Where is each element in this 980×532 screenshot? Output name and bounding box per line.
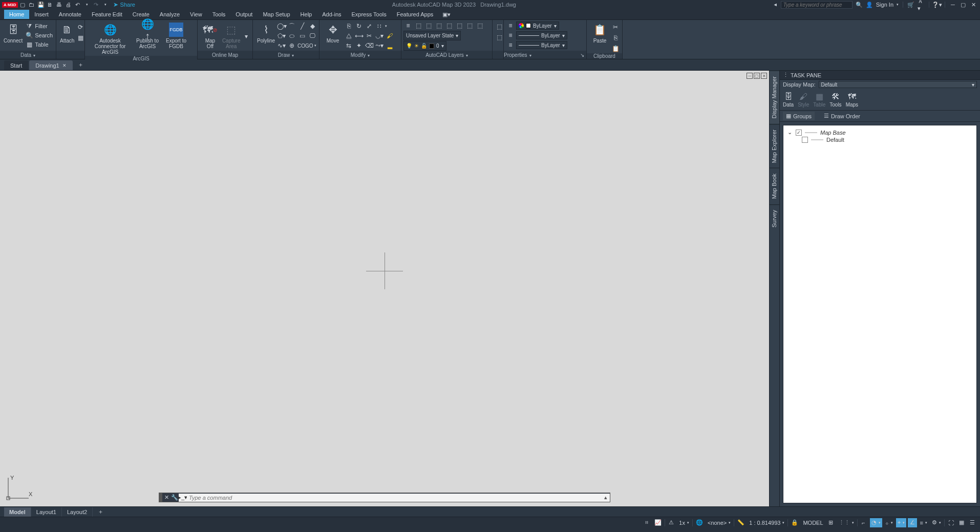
layer-props-icon[interactable]: ≡ bbox=[403, 21, 413, 30]
tab-feature-edit[interactable]: Feature Edit bbox=[87, 10, 127, 19]
tp-tab-table[interactable]: ▦Table bbox=[813, 92, 825, 108]
tab-view[interactable]: View bbox=[185, 10, 207, 19]
line-icon[interactable]: ╱ bbox=[297, 22, 307, 31]
layer-state5-icon[interactable]: ⬚ bbox=[455, 21, 464, 30]
tab-output[interactable]: Output bbox=[230, 10, 258, 19]
lineweight-icon[interactable]: ≡ bbox=[506, 31, 515, 40]
sidetab-map-explorer[interactable]: Map Explorer bbox=[770, 124, 779, 168]
publish-arcgis-button[interactable]: 🌐↑ Publish to ArcGIS bbox=[133, 22, 162, 50]
cmdline-close-icon[interactable]: ✕ bbox=[162, 494, 171, 502]
erase-icon[interactable]: ⌫ bbox=[365, 41, 374, 50]
taskpane-grip-icon[interactable]: ⋮ bbox=[783, 72, 789, 78]
cart-icon[interactable]: 🛒 bbox=[907, 1, 914, 8]
poly-icon[interactable]: ⬠▾ bbox=[277, 31, 286, 40]
status-otrack-icon[interactable]: ∠ bbox=[908, 518, 917, 527]
saveas-icon[interactable]: 🗎 bbox=[47, 1, 54, 8]
props-icon[interactable]: ≡ bbox=[506, 21, 515, 30]
status-model[interactable]: MODEL bbox=[801, 518, 824, 527]
search-icon[interactable]: 🔍 bbox=[856, 1, 863, 8]
viewport-restore-icon[interactable]: ▢ bbox=[754, 73, 760, 79]
tree-row-default[interactable]: Default bbox=[802, 136, 973, 143]
panel-title-layers[interactable]: AutoCAD Layers bbox=[425, 52, 463, 58]
spline-icon[interactable]: ∿▾ bbox=[277, 41, 286, 50]
tab-home[interactable]: Home bbox=[4, 10, 29, 19]
point-icon[interactable]: ◆ bbox=[308, 22, 317, 31]
search-button[interactable]: 🔍Search bbox=[24, 31, 54, 39]
plot-icon[interactable]: 🖶 bbox=[56, 1, 63, 8]
status-coords-icon[interactable]: ⌗ bbox=[642, 518, 651, 527]
apps-icon[interactable]: Ａ▾ bbox=[918, 1, 925, 8]
search-input[interactable] bbox=[781, 1, 853, 9]
status-ruler-icon[interactable]: 📏 bbox=[736, 518, 746, 527]
tab-tools[interactable]: Tools bbox=[207, 10, 231, 19]
color-select[interactable]: ByLayer▾ bbox=[516, 22, 559, 30]
redo-icon[interactable]: ↷ bbox=[93, 1, 100, 8]
paste-special-icon[interactable]: 📋 bbox=[611, 44, 620, 53]
offset-icon[interactable]: ⇆ bbox=[344, 41, 353, 50]
sidetab-map-book[interactable]: Map Book bbox=[770, 168, 779, 204]
layouttab-layout2[interactable]: Layout2 bbox=[62, 507, 93, 517]
status-osnap-icon[interactable]: ⌖ bbox=[896, 518, 906, 527]
filetab-drawing1[interactable]: Drawing1 ✕ bbox=[29, 60, 72, 70]
layer-state3-icon[interactable]: ⬚ bbox=[434, 21, 443, 30]
tab-annotate[interactable]: Annotate bbox=[54, 10, 87, 19]
linetype-icon[interactable]: ≡ bbox=[506, 40, 515, 50]
status-custom-icon[interactable]: ☰ bbox=[968, 518, 977, 527]
tab-featured-apps[interactable]: Featured Apps bbox=[392, 10, 439, 19]
new-icon[interactable]: ▢ bbox=[19, 1, 26, 8]
circle-icon[interactable]: ◯▾ bbox=[277, 22, 286, 31]
fillet-icon[interactable]: ◡▾ bbox=[375, 31, 384, 40]
cmdline-prompt-icon[interactable]: ▸_▾ bbox=[179, 494, 187, 502]
arc-icon[interactable]: ⌒ bbox=[287, 22, 296, 31]
cmdline-wrench-icon[interactable]: 🔧 bbox=[171, 494, 179, 502]
lineweight-select[interactable]: ByLayer▾ bbox=[516, 31, 567, 39]
tp-tab-tools[interactable]: 🛠Tools bbox=[829, 92, 841, 108]
array-drop-icon[interactable]: ▾ bbox=[385, 24, 387, 28]
tree-row-mapbase[interactable]: ⌄ ✓ Map Base bbox=[786, 129, 973, 136]
scale-icon[interactable]: ⤢ bbox=[365, 22, 374, 31]
sidetab-survey[interactable]: Survey bbox=[770, 204, 779, 232]
undo-drop-icon[interactable]: ▾ bbox=[83, 1, 91, 8]
connect-button[interactable]: 🗄 Connect bbox=[2, 22, 24, 45]
map-off-button[interactable]: 🗺⊘ Map Off bbox=[200, 22, 221, 50]
layer-tree[interactable]: ⌄ ✓ Map Base Default bbox=[783, 125, 977, 503]
status-globe-icon[interactable]: 🌐 bbox=[694, 518, 705, 527]
status-grid-icon[interactable]: ⊞ bbox=[826, 518, 836, 527]
status-lwt-icon[interactable]: ≡ bbox=[919, 518, 929, 527]
add-layout-button[interactable]: ＋ bbox=[93, 506, 109, 517]
rect-icon[interactable]: ▭ bbox=[297, 31, 307, 40]
layer-state6-icon[interactable]: ⬚ bbox=[465, 21, 474, 30]
copy-icon[interactable]: ⎘ bbox=[344, 22, 353, 31]
layouttab-layout1[interactable]: Layout1 bbox=[31, 507, 62, 517]
status-polar-icon[interactable]: ◔ bbox=[870, 518, 882, 527]
brush-icon[interactable]: 🖌 bbox=[385, 31, 394, 40]
trim-icon[interactable]: ✂ bbox=[365, 31, 374, 40]
close-tab-icon[interactable]: ✕ bbox=[62, 63, 67, 68]
layer-state7-icon[interactable]: ⬚ bbox=[475, 21, 484, 30]
mapbase-checkbox[interactable]: ✓ bbox=[796, 130, 802, 136]
cogo-label[interactable]: COGO bbox=[297, 43, 313, 49]
close-icon[interactable]: ✕ bbox=[970, 1, 977, 8]
layer-state1-icon[interactable]: ⬚ bbox=[414, 21, 423, 30]
signin-drop-icon[interactable]: ▾ bbox=[897, 3, 899, 7]
layouttab-model[interactable]: Model bbox=[4, 507, 31, 517]
map-drop-icon[interactable]: ▾ bbox=[242, 32, 250, 41]
panel-title-props[interactable]: Properties bbox=[504, 52, 527, 58]
viewport-minimize-icon[interactable]: ─ bbox=[747, 73, 753, 79]
tab-map-setup[interactable]: Map Setup bbox=[258, 10, 295, 19]
filetab-start[interactable]: Start bbox=[4, 60, 28, 70]
panel-title-modify[interactable]: Modify bbox=[351, 52, 366, 58]
tab-analyze[interactable]: Analyze bbox=[155, 10, 185, 19]
explode-icon[interactable]: ✦ bbox=[354, 41, 364, 50]
subtab-groups[interactable]: ▦Groups bbox=[783, 112, 815, 120]
new-tab-button[interactable]: ＋ bbox=[74, 59, 88, 70]
user-icon[interactable]: 👤 bbox=[866, 1, 873, 8]
attach-button[interactable]: 🗎 Attach bbox=[58, 22, 76, 45]
cogo-drop-icon[interactable]: ▾ bbox=[314, 44, 316, 48]
tp-tab-style[interactable]: 🖌Style bbox=[798, 92, 809, 108]
status-iso-icon[interactable]: ⬦ bbox=[884, 518, 894, 527]
cmdline-history-icon[interactable]: ▴ bbox=[602, 494, 610, 502]
undo-icon[interactable]: ↶ bbox=[74, 1, 81, 8]
ellipse-icon[interactable]: ⬭ bbox=[287, 31, 296, 40]
status-gear-icon[interactable]: ⚙ bbox=[930, 518, 943, 527]
